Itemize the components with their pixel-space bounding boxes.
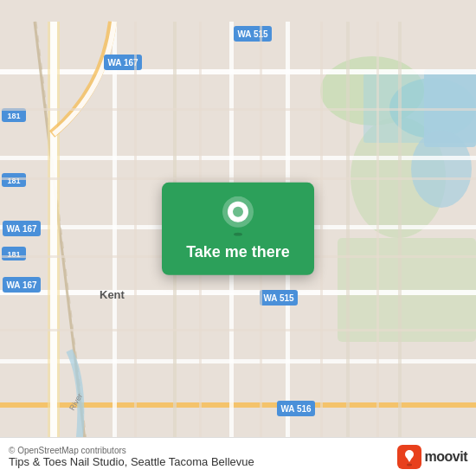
moovit-pin-icon: [397, 445, 421, 469]
svg-rect-22: [398, 22, 402, 454]
svg-text:WA 167: WA 167: [107, 58, 138, 68]
svg-rect-47: [0, 108, 476, 111]
svg-point-8: [411, 130, 472, 208]
take-me-there-label: Take me there: [186, 243, 290, 261]
svg-rect-13: [0, 290, 476, 295]
svg-point-59: [234, 233, 242, 236]
svg-rect-51: [134, 22, 137, 454]
svg-rect-50: [0, 329, 476, 331]
svg-text:Kent: Kent: [100, 288, 125, 301]
svg-rect-27: [50, 22, 57, 454]
svg-text:181: 181: [7, 112, 20, 120]
place-name: Tips & Toes Nail Studio, Seattle Tacoma …: [9, 455, 254, 468]
svg-rect-21: [346, 22, 350, 454]
svg-text:WA 515: WA 515: [237, 29, 268, 39]
svg-rect-10: [0, 69, 476, 74]
svg-text:WA 167: WA 167: [6, 280, 37, 290]
svg-rect-48: [0, 177, 476, 180]
svg-rect-55: [376, 22, 379, 454]
svg-rect-17: [113, 22, 117, 454]
moovit-logo: moovit: [397, 445, 467, 469]
map-container: River WA 515 WA 167 181 181 181 WA 167 W…: [0, 0, 476, 476]
take-me-there-overlay: Take me there: [162, 183, 314, 275]
location-pin-icon: [221, 196, 255, 236]
svg-rect-54: [320, 22, 323, 454]
map-attribution: © OpenStreetMap contributors: [9, 446, 254, 455]
svg-rect-11: [0, 156, 476, 160]
take-me-there-button[interactable]: Take me there: [162, 183, 314, 275]
moovit-brand-label: moovit: [425, 449, 467, 465]
svg-text:WA 167: WA 167: [6, 224, 37, 234]
svg-text:WA 515: WA 515: [263, 293, 294, 303]
svg-point-63: [407, 464, 412, 466]
svg-text:WA 516: WA 516: [280, 404, 312, 414]
info-bar: © OpenStreetMap contributors Tips & Toes…: [0, 437, 476, 476]
info-bar-left: © OpenStreetMap contributors Tips & Toes…: [9, 446, 254, 468]
